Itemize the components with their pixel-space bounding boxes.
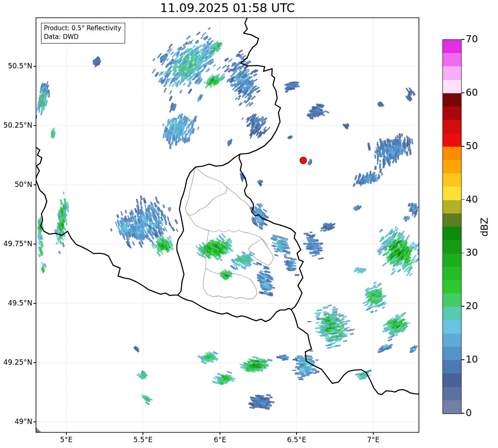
colorbar-segment — [443, 334, 461, 347]
y-axis-tick-label: 49.75°N — [1, 240, 32, 248]
x-axis-tick-mark — [220, 433, 220, 435]
colorbar-segment — [443, 173, 461, 186]
y-axis-tick-mark — [34, 125, 36, 126]
colorbar-tick-label: 50 — [466, 140, 478, 151]
y-axis-tick-label: 49.25°N — [1, 358, 32, 366]
colorbar-segment — [443, 254, 461, 267]
x-axis-tick-mark — [66, 433, 66, 435]
radar-reflectivity-map — [36, 17, 419, 433]
colorbar-tick-mark — [462, 306, 464, 307]
y-axis-tick-mark — [34, 184, 36, 185]
map-plot-area — [36, 17, 419, 433]
colorbar-segment — [443, 147, 461, 160]
x-axis-tick-label: 5.5°E — [123, 436, 163, 444]
y-axis-tick-label: 49.5°N — [1, 299, 32, 307]
colorbar-segment — [443, 373, 461, 387]
x-axis-tick-label: 6°E — [200, 436, 240, 444]
colorbar-segment — [443, 80, 461, 93]
figure-title: 11.09.2025 01:58 UTC — [36, 1, 419, 15]
y-axis-tick-mark — [34, 303, 36, 303]
colorbar-segment — [443, 40, 461, 53]
colorbar-segment — [443, 107, 461, 120]
x-axis-tick-mark — [296, 433, 297, 435]
colorbar-segment — [443, 227, 461, 240]
colorbar-segment — [443, 186, 461, 200]
y-axis-tick-mark — [34, 362, 36, 363]
colorbar-segment — [443, 320, 461, 334]
colorbar-tick-mark — [462, 146, 464, 147]
colorbar-segment — [443, 213, 461, 227]
colorbar-tick-mark — [462, 359, 464, 360]
colorbar-tick-label: 70 — [466, 34, 478, 44]
colorbar-tick-label: 0 — [466, 407, 472, 418]
x-axis-tick-label: 6.5°E — [277, 436, 317, 444]
colorbar-tick-label: 60 — [466, 87, 478, 98]
colorbar-tick-mark — [462, 199, 464, 200]
colorbar-segment — [443, 200, 461, 213]
product-annotation-box: Product: 0.5° Reflectivity Data: DWD — [41, 23, 125, 44]
colorbar-segment — [443, 240, 461, 253]
colorbar-segment — [443, 93, 461, 107]
colorbar-tick-mark — [462, 253, 464, 254]
x-axis-tick-label: 7°E — [353, 436, 393, 444]
radar-figure: 11.09.2025 01:58 UTC Product: 0.5° Refle… — [0, 0, 498, 448]
y-axis-tick-label: 50.25°N — [1, 121, 32, 129]
product-label: Product: 0.5° Reflectivity — [44, 24, 121, 33]
y-axis-tick-label: 50°N — [1, 180, 32, 189]
x-axis-tick-mark — [143, 433, 143, 435]
colorbar-segment — [443, 347, 461, 360]
colorbar-segment — [443, 280, 461, 293]
colorbar-segment — [443, 120, 461, 133]
colorbar-axis-label: dBZ — [479, 214, 491, 240]
colorbar-tick-mark — [462, 92, 464, 93]
colorbar-segment — [443, 293, 461, 307]
x-axis-tick-label: 5°E — [46, 436, 86, 444]
colorbar-segment — [443, 400, 461, 414]
y-axis-tick-mark — [34, 244, 36, 244]
colorbar-segment — [443, 360, 461, 373]
colorbar — [442, 39, 462, 414]
colorbar-tick-mark — [462, 413, 464, 414]
colorbar-segment — [443, 133, 461, 147]
colorbar-segment — [443, 66, 461, 80]
colorbar-tick-label: 30 — [466, 247, 478, 258]
colorbar-segment — [443, 387, 461, 400]
y-axis-tick-mark — [34, 66, 36, 66]
colorbar-tick-label: 20 — [466, 300, 478, 311]
y-axis-tick-label: 50.5°N — [1, 62, 32, 70]
y-axis-tick-mark — [34, 421, 36, 422]
colorbar-tick-mark — [462, 39, 464, 40]
x-axis-tick-mark — [373, 433, 373, 435]
colorbar-segment — [443, 53, 461, 66]
colorbar-segment — [443, 160, 461, 173]
data-source-label: Data: DWD — [44, 33, 121, 41]
colorbar-tick-label: 40 — [466, 194, 478, 205]
y-axis-tick-label: 49°N — [1, 417, 32, 426]
colorbar-segment — [443, 307, 461, 320]
colorbar-tick-label: 10 — [466, 354, 478, 365]
colorbar-segment — [443, 267, 461, 280]
